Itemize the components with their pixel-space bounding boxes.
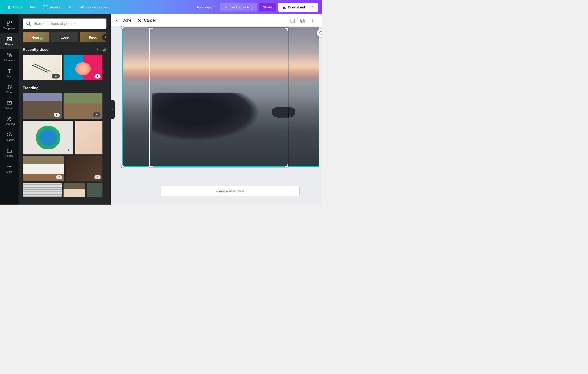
music-icon [7, 84, 12, 90]
crown-icon [224, 5, 228, 9]
photo-thumb[interactable]: £ [23, 156, 64, 181]
svg-point-1 [7, 53, 9, 55]
check-icon [115, 18, 120, 23]
rail-elements[interactable]: Elements [0, 49, 19, 65]
folders-icon [7, 148, 12, 154]
photo-thumb[interactable] [23, 55, 62, 80]
videos-icon [7, 100, 12, 106]
photo-thumb[interactable] [87, 183, 103, 197]
svg-point-5 [8, 166, 9, 167]
image-bounds[interactable] [122, 27, 319, 167]
rail-music[interactable]: Music [0, 81, 19, 97]
crown-icon [54, 75, 57, 77]
photo-thumb[interactable] [63, 183, 85, 197]
top-bar: Home File Resize All changes saved New d… [0, 0, 322, 14]
photo-thumb[interactable]: £ [66, 156, 103, 181]
done-button[interactable]: Done [115, 18, 131, 23]
svg-point-3 [10, 87, 11, 88]
rail-uploads[interactable]: Uploads [0, 129, 19, 145]
chip-love[interactable]: Love [51, 32, 78, 42]
resize-handle-tl[interactable] [121, 26, 124, 29]
photo-thumb[interactable] [23, 183, 62, 197]
premium-badge [93, 112, 101, 117]
crop-handle-bl[interactable] [149, 163, 154, 167]
chip-heart[interactable]: Heart [23, 32, 50, 42]
photo-thumb[interactable]: £ [63, 55, 103, 80]
uploads-icon [7, 132, 12, 137]
search-box[interactable] [23, 19, 106, 29]
trending-title: Trending [23, 86, 39, 90]
svg-point-6 [9, 166, 10, 167]
rail-label: Elements [4, 59, 15, 62]
canvas-tools [290, 18, 315, 24]
crop-handle-tl[interactable] [149, 27, 154, 32]
rail-label: More [6, 170, 12, 173]
photo-thumb[interactable]: £ [23, 93, 62, 119]
paid-badge: £ [94, 74, 101, 79]
rail-photos[interactable]: Photos [0, 33, 19, 49]
download-dropdown[interactable] [309, 3, 318, 11]
resize-label: Resize [50, 5, 61, 9]
rail-label: Folders [5, 155, 14, 157]
file-menu[interactable]: File [27, 3, 38, 11]
paid-badge: £ [94, 175, 101, 179]
download-button-group: Download [278, 3, 318, 12]
download-button[interactable]: Download [278, 3, 309, 12]
rail-more[interactable]: More [0, 161, 19, 177]
photo-thumb[interactable] [63, 93, 103, 119]
collapse-panel-button[interactable] [111, 100, 115, 119]
templates-icon [7, 21, 12, 26]
file-label: File [30, 5, 36, 9]
share-label: Share [263, 5, 272, 9]
rail-label: Videos [5, 107, 13, 109]
svg-point-2 [8, 88, 9, 89]
cancel-button[interactable]: Cancel [137, 18, 156, 23]
more-icon [7, 164, 12, 169]
refresh-icon [319, 31, 322, 35]
duplicate-icon[interactable] [300, 18, 305, 24]
cancel-label: Cancel [144, 18, 156, 22]
rail-label: Bkground [4, 123, 15, 125]
rail-templates[interactable]: Templates [0, 17, 19, 33]
add-page-icon[interactable] [309, 18, 315, 24]
undo-button[interactable] [65, 3, 75, 11]
try-pro-button[interactable]: Try Canva Pro [220, 3, 257, 11]
rail-label: Music [6, 91, 13, 94]
resize-icon [43, 5, 48, 10]
photo-thumb[interactable]: £ [23, 121, 74, 155]
crop-handle-br[interactable] [284, 163, 289, 167]
resize-button[interactable]: Resize [40, 3, 63, 11]
add-page-button[interactable]: + Add a new page [161, 186, 300, 196]
home-button[interactable]: Home [4, 3, 25, 11]
crop-handle-tr[interactable] [284, 27, 289, 32]
chevron-left-icon [111, 108, 114, 111]
paid-badge: £ [56, 175, 62, 179]
new-design-label: New design [197, 5, 215, 9]
crop-frame[interactable] [149, 28, 288, 167]
new-design-button[interactable]: New design [194, 3, 218, 11]
svg-rect-9 [291, 19, 294, 23]
rail-label: Text [7, 75, 11, 78]
recently-used-title: Recently Used [23, 48, 49, 52]
share-button[interactable]: Share [259, 3, 276, 11]
trending-header: Trending [23, 86, 106, 90]
notes-icon[interactable] [290, 18, 295, 24]
see-all-link[interactable]: See all [96, 48, 106, 52]
rail-folders[interactable]: Folders [0, 145, 19, 161]
resize-handle-bl[interactable] [121, 165, 124, 168]
search-icon [26, 21, 31, 26]
rail-text[interactable]: Text [0, 65, 19, 81]
text-icon [7, 68, 12, 74]
elements-icon [7, 52, 12, 58]
photos-panel: Heart Love Food Recently Used See all £ … [19, 14, 111, 205]
chips-next-button[interactable] [102, 34, 109, 41]
rail-background[interactable]: Bkground [0, 113, 19, 129]
rail-videos[interactable]: Videos [0, 97, 19, 113]
photos-icon [7, 36, 12, 42]
chevron-right-icon [104, 36, 107, 39]
category-chips: Heart Love Food [23, 32, 106, 42]
search-input[interactable] [33, 21, 103, 26]
paid-badge: £ [65, 148, 72, 153]
download-icon [282, 5, 286, 9]
photo-thumb[interactable] [75, 121, 103, 155]
